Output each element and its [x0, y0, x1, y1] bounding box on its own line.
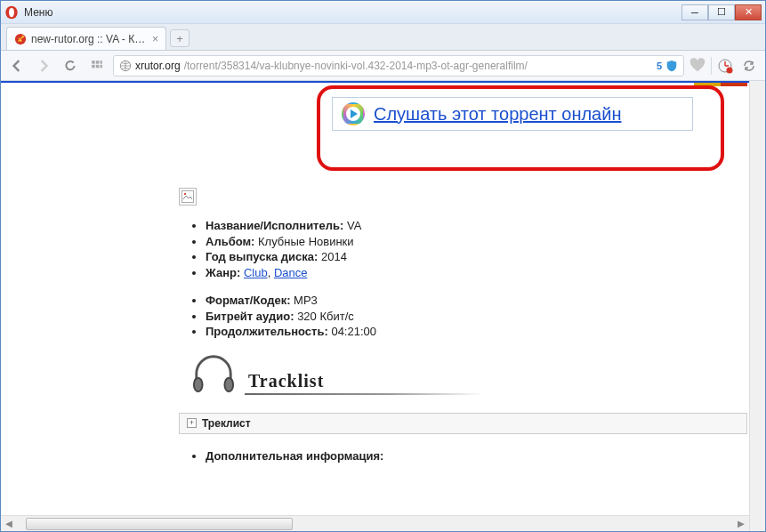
back-button[interactable] [6, 55, 28, 77]
svg-rect-7 [96, 64, 100, 68]
listen-online-link[interactable]: Слушать этот торрент онлайн [374, 104, 621, 125]
tracklist-heading: Tracklist [248, 371, 324, 395]
page-content: Слушать этот торрент онлайн Название/Исп… [1, 81, 765, 515]
genre-link[interactable]: Club [244, 266, 268, 279]
scroll-left-arrow[interactable]: ◄ [1, 516, 17, 532]
maximize-button[interactable]: ☐ [708, 4, 735, 20]
minimize-button[interactable]: ─ [681, 4, 708, 20]
svg-rect-8 [101, 64, 102, 68]
info-value: Клубные Новинки [258, 235, 354, 248]
scroll-thumb[interactable] [26, 518, 293, 530]
address-bar[interactable]: xrutor.org/torrent/358314/va-klubnye-nov… [113, 55, 684, 77]
svg-rect-6 [92, 64, 95, 68]
blocker-count-badge[interactable]: 5 [657, 60, 662, 71]
info-value: 320 Кбит/с [297, 310, 354, 323]
tab-close-icon[interactable]: × [152, 33, 158, 45]
svg-rect-12 [182, 191, 194, 203]
expander-label: Треклист [202, 417, 251, 430]
opera-icon [4, 5, 19, 20]
favicon-hammer-sickle-icon [14, 33, 27, 45]
reload-button[interactable] [60, 55, 81, 77]
svg-rect-3 [92, 60, 95, 64]
genre-link[interactable]: Dance [274, 266, 308, 279]
svg-rect-5 [101, 60, 102, 64]
bookmark-heart-icon[interactable] [689, 58, 706, 74]
globe-icon [119, 60, 132, 72]
speed-dial-button[interactable] [86, 55, 108, 77]
flag-accent [694, 83, 747, 86]
titlebar: Меню ─ ☐ ✕ [1, 1, 765, 24]
info-row: Битрейт аудио: 320 Кбит/с [206, 309, 747, 325]
info-list-2: Формат/Кодек: MP3Битрейт аудио: 320 Кбит… [179, 293, 747, 340]
tracklist-banner: Tracklist [188, 352, 747, 395]
svg-rect-4 [96, 60, 100, 64]
extra-info-item: Дополнительная информация: [206, 448, 747, 464]
headphones-icon [188, 352, 239, 395]
info-value: VA [347, 219, 361, 232]
browser-window: Меню ─ ☐ ✕ new-rutor.org :: VA - Клуб × … [0, 0, 766, 532]
divider [711, 57, 712, 75]
info-row: Жанр: Club, Dance [206, 265, 747, 281]
info-value: MP3 [294, 294, 318, 307]
info-row: Название/Исполнитель: VA [206, 218, 747, 234]
scroll-track[interactable] [17, 518, 733, 530]
info-row: Формат/Кодек: MP3 [206, 293, 747, 309]
window-controls: ─ ☐ ✕ [681, 4, 762, 20]
new-tab-button[interactable]: + [170, 29, 189, 47]
menu-button[interactable]: Меню [24, 6, 52, 19]
play-icon [342, 102, 365, 125]
top-accent-line [1, 81, 765, 83]
info-value: 04:21:00 [331, 325, 376, 338]
broken-image-icon [179, 188, 197, 206]
address-right: 5 [657, 60, 678, 72]
scroll-right-arrow[interactable]: ► [733, 516, 749, 532]
toolbar: xrutor.org/torrent/358314/va-klubnye-nov… [1, 51, 765, 81]
tab-title: new-rutor.org :: VA - Клуб [31, 33, 149, 45]
close-button[interactable]: ✕ [735, 4, 762, 20]
sync-icon[interactable] [738, 55, 760, 77]
url-path: /torrent/358314/va-klubnye-novinki-vol.4… [184, 60, 528, 72]
viewport: Слушать этот торрент онлайн Название/Исп… [1, 81, 765, 531]
tracklist-expander[interactable]: + Треклист [179, 413, 747, 434]
info-value: 2014 [321, 250, 347, 263]
extension-icon[interactable] [717, 58, 733, 74]
horizontal-scrollbar[interactable]: ◄ ► [1, 515, 749, 531]
info-row: Год выпуска диска: 2014 [206, 249, 747, 265]
forward-button[interactable] [33, 55, 54, 77]
info-list-1: Название/Исполнитель: VAАльбом: Клубные … [179, 218, 747, 280]
torrent-details: Название/Исполнитель: VAАльбом: Клубные … [179, 188, 747, 476]
svg-point-11 [727, 67, 733, 73]
shield-icon[interactable] [665, 60, 678, 72]
info-row: Продолжительность: 04:21:00 [206, 324, 747, 340]
tab-active[interactable]: new-rutor.org :: VA - Клуб × [6, 27, 166, 50]
expand-plus-icon: + [187, 418, 197, 428]
svg-point-15 [195, 379, 202, 391]
url-host: xrutor.org [135, 60, 181, 72]
svg-point-17 [225, 379, 232, 391]
svg-point-1 [9, 7, 14, 17]
listen-online-box[interactable]: Слушать этот торрент онлайн [332, 97, 693, 131]
vertical-scrollbar[interactable] [749, 81, 765, 531]
extra-info-list: Дополнительная информация: [179, 448, 747, 464]
info-row: Альбом: Клубные Новинки [206, 234, 747, 250]
tab-strip: new-rutor.org :: VA - Клуб × + [1, 24, 765, 51]
